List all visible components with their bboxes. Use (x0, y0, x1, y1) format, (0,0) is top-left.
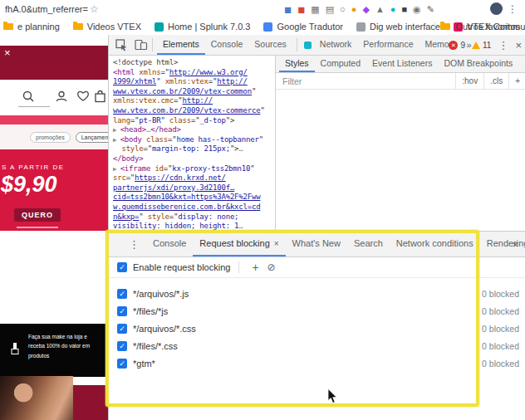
warning-count: 11 (483, 41, 491, 50)
tab-event-listeners[interactable]: Event Listeners (366, 56, 438, 72)
elements-tree[interactable]: <!doctype html><html xmlns="http://www.w… (109, 56, 279, 233)
styles-filter-input[interactable]: Filter (282, 76, 455, 86)
favicon (263, 22, 272, 32)
promo-legal-hint (17, 227, 58, 228)
styles-sidebar: StylesComputedEvent ListenersDOM Breakpo… (275, 56, 525, 231)
makeup-icon (9, 342, 21, 359)
tab-styles[interactable]: Styles (279, 56, 315, 72)
tab-label: Rendering (487, 238, 525, 248)
error-count: 9 (460, 41, 465, 50)
tab-promocoes[interactable]: promoções (30, 132, 71, 143)
browser-menu-icon[interactable]: ⋮ (508, 3, 518, 15)
tab-elements[interactable]: Elements (157, 35, 205, 55)
bookmark-label: Videos VTEX (87, 22, 141, 32)
bookmark-item-google-tradutor[interactable]: Google Tradutor (263, 22, 343, 32)
tab-label: Sources (254, 39, 287, 49)
other-bookmarks-label: Outros favoritos (455, 22, 520, 32)
console-errors-badge[interactable]: 9 (449, 41, 465, 50)
devtools-menu-icon[interactable]: ⋮ (498, 40, 508, 51)
bookmark-label: Dig web interface (370, 22, 440, 32)
tab-sources[interactable]: Sources (248, 35, 292, 55)
devtools-toolbar-right: 9 11 ⋮ × (449, 35, 522, 55)
device-toolbar-icon[interactable] (135, 39, 148, 51)
promo-cta-button[interactable]: QUERO (14, 208, 61, 222)
tab-dom-breakpoints[interactable]: DOM Breakpoints (438, 56, 518, 72)
extension-gray-grid-icon[interactable]: ▦ (311, 5, 319, 14)
favicon (155, 22, 164, 32)
blocked-count: 0 blocked (482, 341, 519, 351)
divider (434, 22, 435, 32)
profile-avatar[interactable] (490, 2, 503, 15)
extension-teal-icon[interactable]: ● (390, 5, 396, 14)
browser-address-bar: fhA.0&utm_referrer= ☆ ◼◼▦▤○●◆▲●■◉✎ ⋮ (0, 0, 525, 18)
extension-gray-shield-icon[interactable]: ▲ (375, 5, 385, 14)
tab-label: Event Listeners (372, 58, 432, 68)
extension-dark-icon[interactable]: ■ (401, 5, 407, 14)
blocked-count: 0 blocked (482, 359, 519, 369)
warning-icon (472, 42, 480, 49)
account-icon[interactable] (55, 90, 68, 106)
tab-label: Elements (163, 39, 199, 49)
folder-icon (440, 23, 450, 30)
extension-blue-icon[interactable]: ◼ (284, 5, 292, 14)
extension-gray-doc-icon[interactable]: ▤ (326, 5, 334, 14)
folder-icon (73, 23, 83, 30)
styles-filter-bar: Filter :hov .cls + (276, 73, 525, 90)
site-nav-tabs: promoções Lançamentos (0, 125, 108, 149)
extension-pencil-icon[interactable]: ✎ (427, 5, 434, 14)
tab-label: Network (320, 39, 352, 49)
cart-bag-icon[interactable] (94, 90, 106, 106)
bookmark-item-videos-vtex[interactable]: Videos VTEX (73, 22, 141, 32)
mouse-cursor (327, 388, 338, 404)
tab-network[interactable]: Network (314, 35, 358, 55)
store-info-text: Faça sua make na loja e receba 100% do v… (28, 332, 103, 360)
extension-gray-circle-icon[interactable]: ○ (340, 5, 346, 14)
extension-icons-row: ◼◼▦▤○●◆▲●■◉✎ (284, 0, 434, 18)
extension-panel-icon[interactable] (304, 42, 312, 49)
bookmark-item-e-planning[interactable]: e planning (3, 22, 60, 32)
banner-close-icon[interactable]: × (4, 47, 11, 58)
tab-label: DOM Breakpoints (444, 58, 513, 68)
devtools-tabs-right: NetworkPerformanceMemory (314, 35, 463, 55)
bookmarks-bar: e planningVideos VTEXHome | Splunk 7.0.3… (0, 18, 525, 36)
tab-label: Styles (285, 58, 309, 68)
drawer-close-icon[interactable]: × (512, 239, 518, 250)
console-warnings-badge[interactable]: 11 (472, 41, 491, 50)
extension-red-icon[interactable]: ◼ (297, 5, 305, 14)
extension-orange-icon[interactable]: ● (351, 5, 357, 14)
bookmark-label: e planning (17, 22, 60, 32)
site-footer-block (73, 385, 108, 420)
blocked-count: 0 blocked (482, 306, 519, 316)
bookmark-item-home-splunk-7-0-3[interactable]: Home | Splunk 7.0.3 (155, 22, 250, 32)
inspect-element-icon[interactable] (115, 39, 128, 51)
bookmark-label: Google Tradutor (277, 22, 343, 32)
extension-purple-icon[interactable]: ◆ (362, 5, 369, 14)
toggle-pseudo-state-button[interactable]: :hov (455, 73, 483, 89)
wishlist-heart-icon[interactable] (76, 90, 90, 105)
tab-label: Computed (321, 58, 361, 68)
tab-lancamentos[interactable]: Lançamentos (76, 132, 108, 143)
search-icon[interactable] (22, 90, 35, 106)
promo-banner[interactable]: S A PARTIR DE $9,90 QUERO (0, 149, 108, 231)
devtools-close-icon[interactable]: × (515, 40, 522, 51)
bookmark-label: Home | Splunk 7.0.3 (168, 22, 250, 32)
new-style-rule-button[interactable]: + (508, 73, 525, 89)
address-url-text[interactable]: fhA.0&utm_referrer= (5, 4, 88, 14)
bookmark-star-icon[interactable]: ☆ (90, 3, 99, 15)
favicon (356, 22, 366, 32)
blocked-count: 0 blocked (482, 324, 519, 334)
model-photo (0, 376, 73, 420)
blocked-count: 0 blocked (482, 289, 519, 299)
bookmark-item-dig-web-interface[interactable]: Dig web interface (356, 22, 440, 32)
site-top-banner: × (0, 46, 108, 80)
toggle-class-button[interactable]: .cls (483, 73, 508, 89)
tab-computed[interactable]: Computed (315, 56, 366, 72)
devtools-tabs-left: ElementsConsoleSources (157, 35, 292, 55)
highlight-annotation (105, 230, 479, 407)
tab-performance[interactable]: Performance (357, 35, 419, 55)
other-bookmarks[interactable]: Outros favoritos (434, 18, 520, 35)
screen: fhA.0&utm_referrer= ☆ ◼◼▦▤○●◆▲●■◉✎ ⋮ e p… (0, 0, 525, 420)
tab-label: Console (211, 39, 243, 49)
extension-gray-pin-icon[interactable]: ◉ (413, 5, 421, 14)
tab-console[interactable]: Console (205, 35, 249, 55)
